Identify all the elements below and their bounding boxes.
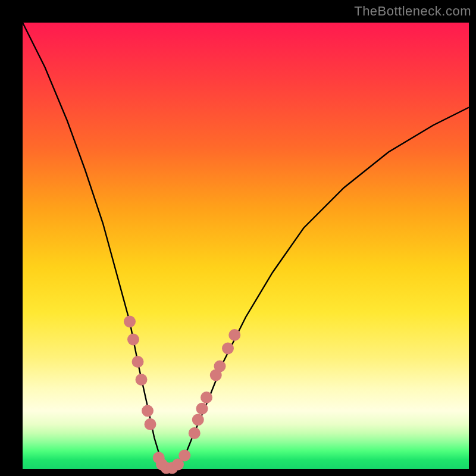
data-marker <box>196 403 208 415</box>
watermark-label: TheBottleneck.com <box>354 4 471 19</box>
data-marker <box>228 329 240 341</box>
plot-area <box>23 23 469 469</box>
marker-group <box>124 316 240 474</box>
data-marker <box>136 374 148 386</box>
data-marker <box>201 392 212 403</box>
data-marker <box>178 450 190 462</box>
bottleneck-curve <box>23 23 469 469</box>
chart-svg <box>23 23 469 469</box>
data-marker <box>192 414 204 426</box>
data-marker <box>222 343 234 355</box>
data-marker <box>214 361 226 372</box>
data-marker <box>189 427 201 439</box>
chart-container: TheBottleneck.com <box>0 0 476 476</box>
data-marker <box>127 334 139 346</box>
data-marker <box>132 356 144 368</box>
data-marker <box>142 405 154 417</box>
data-marker <box>145 418 156 430</box>
data-marker <box>124 316 136 328</box>
